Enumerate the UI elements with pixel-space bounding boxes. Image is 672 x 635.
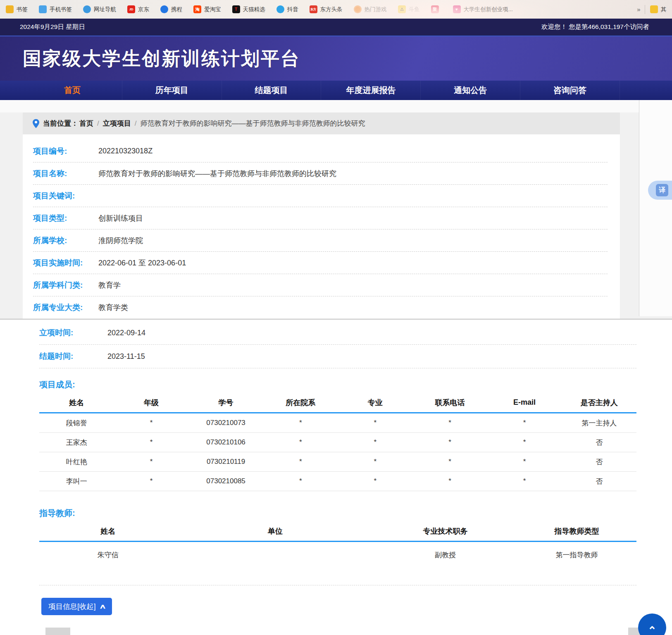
breadcrumb-prefix: 当前位置： [43,119,78,128]
bookmark-other-folder[interactable]: 其 [650,5,667,13]
members-table: 姓名 年级 学号 所在院系 专业 联系电话 E-mail 是否主持人 段锦誉 *… [39,393,636,491]
col-header-name: 姓名 [39,398,114,408]
chevron-up-icon: ⌃ [648,624,657,635]
cell-grade: * [114,419,189,427]
cell-advisor-type: 第一指导教师 [517,550,636,560]
globe-icon [83,5,91,13]
field-row-school: 所属学校: 淮阴师范学院 [33,229,608,252]
bookmark-juhuasuan[interactable]: 聚 [431,5,442,13]
project-detail-section: 立项时间: 2022-09-14 结题时间: 2023-11-15 项目成员: … [0,320,672,635]
page-right-margin [639,100,672,316]
project-info-collapse-button[interactable]: 项目信息[收起] ∧ [41,598,112,615]
breadcrumb-separator: / [97,119,99,128]
bookmark-jd[interactable]: JD 京东 [127,5,149,13]
bookmark-wangzhi-daohang[interactable]: 网址导航 [83,5,116,13]
nav-item-past-projects[interactable]: 历年项目 [122,81,222,100]
bookmark-douyu[interactable]: ஃ 斗鱼 [398,5,420,13]
field-value: 202210323018Z [98,147,153,155]
visitor-counter: 欢迎您！ 您是第466,031,197个访问者 [541,23,649,31]
bookmark-aitaobao[interactable]: 淘 爱淘宝 [193,5,221,13]
bookmark-ctrip[interactable]: 携程 [160,5,182,13]
cell-major: * [338,477,413,485]
bookmark-douyin[interactable]: 抖音 [276,5,298,13]
bookmark-dongfang-toutiao[interactable]: 东方 东方头条 [310,5,343,13]
cell-major: * [338,458,413,466]
collapse-button-label: 项目信息[收起] [48,602,96,611]
cell-email: * [487,477,562,485]
nav-item-annual-report[interactable]: 年度进展报告 [321,81,421,100]
breadcrumb: 当前位置： 首页 / 立项项目 / 师范教育对于教师的影响研究——基于师范教师与… [23,112,620,134]
table-row: 王家杰 * 0730210106 * * * * 否 [39,433,636,452]
cell-is-leader: 第一主持人 [562,418,636,428]
folder-yellow-icon [650,5,658,13]
cell-advisor-title: 副教授 [374,550,517,560]
field-value: 教育学 [98,280,121,290]
nav-item-qa[interactable]: 咨询问答 [520,81,620,100]
cell-phone: * [412,477,487,485]
translate-widget[interactable]: 译 [648,181,672,200]
nav-item-notices[interactable]: 通知公告 [421,81,520,100]
chevron-up-icon: ∧ [99,603,106,610]
tmall-icon: T [232,5,240,13]
col-header-phone: 联系电话 [412,398,487,408]
cell-grade: * [114,438,189,446]
members-section-title: 项目成员: [39,379,636,390]
bookmark-label: 书签 [17,6,28,13]
browser-bookmarks-bar: 书签 手机书签 网址导航 JD 京东 携程 淘 爱淘宝 T 天猫精选 抖音 东方… [0,0,672,19]
bookmark-tmall[interactable]: T 天猫精选 [232,5,265,13]
cell-email: * [487,458,562,466]
table-row: 李叫一 * 0730210085 * * * * 否 [39,472,636,491]
project-info-card: 项目编号: 202210323018Z 项目名称: 师范教育对于教师的影响研究—… [23,134,620,319]
table-row: 段锦誉 * 0730210073 * * * * 第一主持人 [39,413,636,433]
cell-major: * [338,438,413,446]
nav-item-home[interactable]: 首页 [23,81,122,100]
taobao-icon: 淘 [193,5,201,13]
bookmarks-divider [645,5,645,14]
members-table-header: 姓名 年级 学号 所在院系 专业 联系电话 E-mail 是否主持人 [39,393,636,413]
collapsed-panel-body [70,628,628,635]
juhuasuan-icon: 聚 [431,5,439,13]
field-row-keywords: 项目关键词: [33,185,608,207]
cell-department: * [263,458,338,466]
table-row: 叶红艳 * 0730210119 * * * * 否 [39,452,636,472]
field-label: 项目名称: [33,168,98,179]
field-label: 立项时间: [39,327,107,338]
field-label: 项目编号: [33,146,98,157]
breadcrumb-section-link[interactable]: 立项项目 [103,119,131,128]
col-header-department: 所在院系 [263,398,338,408]
bookmark-label: 斗鱼 [409,6,420,13]
translate-icon: 译 [656,184,668,196]
douyu-icon: ஃ [398,5,406,13]
bookmark-daxuesheng-project[interactable]: ♥ 大学生创新创业项... [453,5,513,13]
nav-item-completed-projects[interactable]: 结题项目 [222,81,322,100]
advisors-section-title: 指导教师: [39,508,636,519]
field-value: 2022-06-01 至 2023-06-01 [98,258,186,268]
dongfang-toutiao-icon: 东方 [310,5,317,13]
cell-student-id: 0730210085 [188,477,263,485]
field-value: 创新训练项目 [98,213,143,223]
cell-is-leader: 否 [562,477,636,486]
bookmark-shuqian[interactable]: 书签 [6,5,28,13]
cell-advisor-name: 朱守信 [39,550,176,560]
jd-icon: JD [127,5,135,13]
field-value: 师范教育对于教师的影响研究——基于师范教师与非师范教师的比较研究 [98,169,336,179]
bookmarks-overflow-chevron-icon[interactable]: » [637,6,640,13]
bookmark-game[interactable]: 热门游戏 [354,5,387,13]
cell-department: * [263,477,338,485]
cell-name: 王家杰 [39,438,114,447]
field-row-approval-date: 立项时间: 2022-09-14 [39,321,636,345]
col-header-grade: 年级 [114,398,189,408]
location-pin-icon [33,119,39,128]
breadcrumb-home-link[interactable]: 首页 [79,119,93,128]
bookmark-shouji-shuqian[interactable]: 手机书签 [39,5,72,13]
col-header-advisor-type: 指导教师类型 [517,526,636,536]
cell-phone: * [412,438,487,446]
col-header-advisor-title: 专业技术职务 [374,526,517,536]
douyin-icon [276,5,284,13]
cell-name: 李叫一 [39,477,114,486]
cell-phone: * [412,458,487,466]
cell-name: 段锦誉 [39,418,114,428]
field-label: 项目关键词: [33,191,98,201]
cell-email: * [487,419,562,427]
bookmark-label: 网址导航 [94,6,116,13]
